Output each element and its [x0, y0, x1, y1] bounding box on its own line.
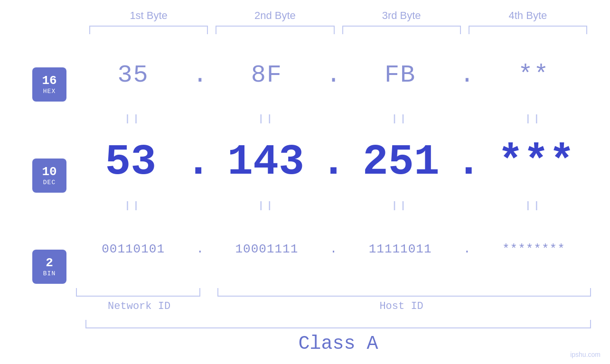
- hex-badge-label: HEX: [43, 88, 56, 95]
- hex-val-2: 8F: [251, 61, 282, 89]
- hex-cell-3: FB: [343, 61, 458, 89]
- full-bracket-container: Class A: [19, 315, 591, 355]
- dec-cell-1: 53: [76, 138, 186, 187]
- byte-labels-row: 1st Byte 2nd Byte 3rd Byte 4th Byte: [19, 9, 591, 26]
- dec-cell-3: 251: [347, 138, 456, 187]
- dec-dot-3: .: [456, 138, 481, 187]
- dec-badge: 10 DEC: [32, 159, 66, 193]
- hex-val-3: FB: [385, 61, 416, 89]
- bottom-section: Network ID Host ID: [76, 288, 591, 312]
- bin-cell-4: ********: [477, 242, 591, 256]
- network-id-label: Network ID: [76, 300, 202, 312]
- byte-label-2: 2nd Byte: [212, 9, 338, 26]
- hex-cell-4: **: [477, 61, 591, 89]
- bin-val-3: 11111011: [369, 242, 432, 256]
- hex-val-1: 35: [117, 61, 149, 89]
- byte-label-3: 3rd Byte: [338, 9, 465, 26]
- byte-label-4: 4th Byte: [465, 9, 591, 26]
- content-area: 16 HEX 10 DEC 2 BIN 35 .: [19, 39, 591, 312]
- hex-val-4: **: [518, 61, 549, 89]
- network-id-bracket: [76, 288, 200, 297]
- hex-dot-3: .: [458, 61, 477, 89]
- eq2-cell-3: ||: [343, 200, 458, 211]
- bracket-4: [469, 26, 587, 34]
- bracket-2: [216, 26, 334, 34]
- bin-dot-2: .: [324, 242, 343, 256]
- dec-dot-1: .: [186, 138, 211, 187]
- bin-val-1: 00110101: [102, 242, 165, 256]
- values-area: 35 . 8F . FB . **: [76, 39, 591, 312]
- dec-row: 53 . 143 . 251 . ***: [76, 126, 591, 198]
- badges-column: 16 HEX 10 DEC 2 BIN: [19, 39, 76, 312]
- class-label: Class A: [85, 333, 591, 355]
- equals-row-1: || || || ||: [76, 112, 591, 126]
- bin-badge-num: 2: [46, 256, 53, 270]
- equals-row-2: || || || ||: [76, 198, 591, 213]
- bin-cell-3: 11111011: [343, 242, 458, 256]
- dec-val-1: 53: [105, 138, 156, 187]
- hex-badge-num: 16: [42, 74, 56, 88]
- hex-dot-1: .: [190, 61, 209, 89]
- dec-cell-2: 143: [211, 138, 321, 187]
- dec-val-3: 251: [363, 138, 440, 187]
- bottom-brackets: [76, 288, 591, 297]
- eq2-cell-4: ||: [477, 200, 591, 211]
- dec-val-2: 143: [227, 138, 304, 187]
- byte-label-1: 1st Byte: [85, 9, 212, 26]
- eq-cell-1: ||: [76, 113, 190, 124]
- host-id-label: Host ID: [212, 300, 591, 312]
- full-bottom-bracket: [85, 320, 591, 328]
- host-id-bracket: [217, 288, 591, 297]
- dec-cell-4: ***: [481, 138, 591, 187]
- eq2-cell-2: ||: [209, 200, 324, 211]
- dec-badge-num: 10: [42, 165, 56, 179]
- eq2-cell-1: ||: [76, 200, 190, 211]
- bin-badge: 2 BIN: [32, 250, 66, 284]
- hex-cell-2: 8F: [209, 61, 324, 89]
- eq-cell-3: ||: [343, 113, 458, 124]
- bin-cell-2: 10001111: [209, 242, 324, 256]
- hex-dot-2: .: [324, 61, 343, 89]
- bracket-3: [342, 26, 461, 34]
- bin-dot-1: .: [190, 242, 209, 256]
- bin-row: 00110101 . 10001111 . 11111011 .: [76, 213, 591, 285]
- eq-cell-2: ||: [209, 113, 324, 124]
- bracket-1: [89, 26, 208, 34]
- top-bracket-row: [19, 26, 591, 34]
- bin-cell-1: 00110101: [76, 242, 190, 256]
- dec-badge-label: DEC: [43, 179, 56, 186]
- watermark: ipshu.com: [570, 351, 601, 358]
- hex-badge: 16 HEX: [32, 67, 66, 102]
- dec-dot-2: .: [320, 138, 346, 187]
- bin-badge-label: BIN: [43, 270, 56, 277]
- eq-cell-4: ||: [477, 113, 591, 124]
- bin-val-4: ********: [502, 242, 565, 256]
- bin-val-2: 10001111: [235, 242, 298, 256]
- main-container: 1st Byte 2nd Byte 3rd Byte 4th Byte 16 H…: [0, 0, 610, 364]
- hex-row: 35 . 8F . FB . **: [76, 39, 591, 112]
- dec-val-4: ***: [498, 138, 575, 187]
- hex-cell-1: 35: [76, 61, 190, 89]
- id-labels-row: Network ID Host ID: [76, 300, 591, 312]
- bin-dot-3: .: [458, 242, 477, 256]
